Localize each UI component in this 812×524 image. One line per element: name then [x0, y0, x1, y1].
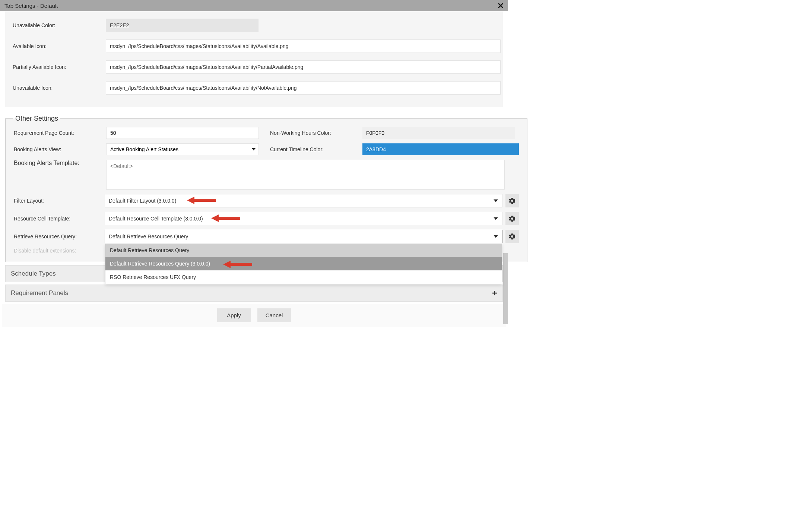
plus-icon — [492, 290, 497, 296]
unavailable-icon-input[interactable] — [106, 81, 501, 95]
other-settings-right-col: Non-Working Hours Color: Current Timelin… — [266, 125, 523, 158]
booking-alerts-view-select[interactable] — [106, 143, 259, 155]
booking-alerts-view-input[interactable] — [106, 143, 259, 155]
resource-cell-template-value: Default Resource Cell Template (3.0.0.0) — [109, 216, 203, 222]
requirement-page-count-label: Requirement Page Count: — [14, 130, 103, 136]
other-settings-legend: Other Settings — [13, 115, 60, 123]
dialog-footer: Apply Cancel — [2, 304, 506, 327]
current-timeline-color-swatch[interactable]: 2A8DD4 — [362, 143, 519, 155]
cancel-button[interactable]: Cancel — [257, 308, 291, 322]
partially-available-icon-input[interactable] — [106, 60, 501, 74]
dialog-titlebar: Tab Settings - Default — [0, 0, 508, 11]
current-timeline-color-label: Current Timeline Color: — [270, 146, 359, 152]
apply-button[interactable]: Apply — [217, 308, 251, 322]
requirement-page-count-row: Requirement Page Count: — [10, 125, 263, 141]
accordion-header-label: Requirement Panels — [11, 289, 68, 297]
resource-cell-template-label: Resource Cell Template: — [14, 216, 103, 222]
retrieve-resources-query-dropdown: Default Retrieve Resources Query Default… — [105, 244, 502, 284]
other-settings-group: Other Settings Requirement Page Count: B… — [5, 115, 527, 262]
retrieve-resources-query-combo[interactable]: Default Retrieve Resources Query Default… — [105, 230, 502, 243]
filter-layout-combo[interactable]: Default Filter Layout (3.0.0.0) — [105, 194, 502, 207]
tab-settings-dialog: Tab Settings - Default Unavailable Color… — [0, 0, 508, 327]
unavailable-icon-row: Unavailable Icon: — [9, 77, 499, 98]
resource-cell-template-combo[interactable]: Default Resource Cell Template (3.0.0.0) — [105, 212, 502, 225]
filter-layout-row: Filter Layout: Default Filter Layout (3.… — [10, 192, 523, 210]
retrieve-resources-query-gear-button[interactable] — [505, 230, 519, 243]
retrieve-resources-query-label: Retrieve Resources Query: — [14, 234, 103, 239]
status-icons-section: Unavailable Color: Available Icon: Parti… — [5, 11, 503, 107]
accordion-header-label: Schedule Types — [11, 270, 56, 277]
filter-layout-value: Default Filter Layout (3.0.0.0) — [109, 198, 176, 204]
available-icon-input[interactable] — [106, 39, 501, 53]
non-working-hours-color-row: Non-Working Hours Color: — [266, 125, 523, 141]
current-timeline-color-row: Current Timeline Color: 2A8DD4 — [266, 141, 523, 158]
unavailable-color-input[interactable] — [106, 19, 258, 32]
booking-alerts-template-textarea[interactable] — [106, 160, 505, 190]
available-icon-label: Available Icon: — [13, 43, 102, 49]
chevron-down-icon — [493, 216, 498, 221]
partially-available-icon-row: Partially Available Icon: — [9, 57, 499, 77]
chevron-down-icon — [493, 198, 498, 203]
unavailable-icon-label: Unavailable Icon: — [13, 85, 102, 91]
other-settings-left-col: Requirement Page Count: Booking Alerts V… — [10, 125, 263, 158]
dialog-title: Tab Settings - Default — [4, 3, 58, 9]
non-working-hours-color-input[interactable] — [362, 127, 515, 139]
disable-default-extensions-label: Disable default extensions: — [14, 248, 76, 254]
dropdown-option[interactable]: RSO Retrieve Resources UFX Query — [105, 270, 502, 284]
dropdown-option[interactable]: Default Retrieve Resources Query — [105, 244, 502, 257]
available-icon-row: Available Icon: — [9, 36, 499, 57]
partially-available-icon-label: Partially Available Icon: — [13, 64, 102, 70]
resource-cell-template-row: Resource Cell Template: Default Resource… — [10, 210, 523, 228]
booking-alerts-view-label: Booking Alerts View: — [14, 146, 103, 152]
booking-alerts-template-row: Booking Alerts Template: — [10, 158, 523, 192]
booking-alerts-template-label: Booking Alerts Template: — [14, 160, 103, 166]
retrieve-resources-query-value: Default Retrieve Resources Query — [109, 234, 188, 239]
requirement-panels-accordion[interactable]: Requirement Panels — [5, 285, 503, 302]
scrollbar-thumb[interactable] — [503, 253, 508, 324]
resource-cell-template-gear-button[interactable] — [505, 212, 519, 225]
requirement-page-count-input[interactable] — [106, 127, 259, 139]
chevron-down-icon — [493, 234, 498, 239]
filter-layout-gear-button[interactable] — [505, 194, 519, 207]
close-icon[interactable] — [498, 3, 504, 9]
filter-layout-label: Filter Layout: — [14, 198, 103, 204]
other-settings-two-col: Requirement Page Count: Booking Alerts V… — [10, 125, 523, 158]
unavailable-color-label: Unavailable Color: — [13, 22, 102, 28]
dialog-body: Unavailable Color: Available Icon: Parti… — [0, 11, 508, 327]
booking-alerts-view-row: Booking Alerts View: — [10, 141, 263, 158]
unavailable-color-row: Unavailable Color: — [9, 15, 499, 36]
chevron-down-icon — [251, 147, 256, 152]
dropdown-option[interactable]: Default Retrieve Resources Query (3.0.0.… — [105, 257, 502, 270]
retrieve-resources-query-row: Retrieve Resources Query: Default Retrie… — [10, 228, 523, 245]
non-working-hours-color-label: Non-Working Hours Color: — [270, 130, 359, 136]
